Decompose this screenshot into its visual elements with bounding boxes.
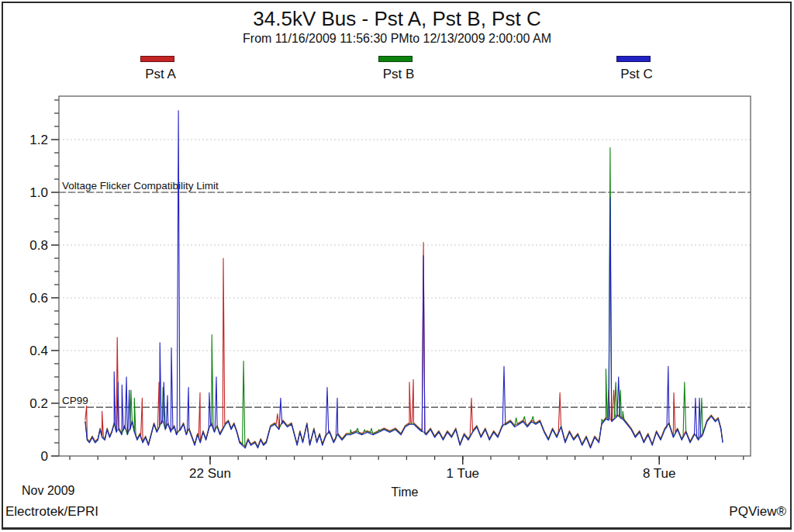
legend-label-pst-a: Pst A [126,67,195,82]
legend-swatch-pst-a [140,56,174,62]
limit-line-label: Voltage Flicker Compatibility Limit [62,180,219,192]
x-axis-title: Time [296,485,513,499]
legend-swatch-pst-b [378,56,413,62]
series-pst-c [85,111,723,448]
pqview-chart-page: { "footer": { "left": "Electrotek/EPRI",… [0,0,794,532]
legend-label-pst-c: Pst C [602,67,671,82]
x-axis-era-label: Nov 2009 [22,484,75,498]
x-tick-label: 8 Tue [643,466,676,481]
chart-subtitle: From 11/16/2009 11:56:30 PMto 12/13/2009… [0,32,794,46]
chart-title: 34.5kV Bus - Pst A, Pst B, Pst C [0,7,794,31]
y-tick-label: 0 [41,449,48,464]
y-tick-label: 0.2 [29,396,48,411]
y-tick-label: 0.6 [29,291,48,306]
y-tick-label: 0.4 [29,344,48,358]
legend-label-pst-b: Pst B [364,67,433,82]
x-tick-label: 1 Tue [447,466,480,481]
series-layer [85,111,723,448]
y-tick-label: 1.2 [29,133,48,147]
limit-line-label: CP99 [62,395,88,406]
legend-swatch-pst-c [616,56,651,62]
footer-app-name: PQView® [729,504,786,520]
y-tick-label: 0.8 [29,238,48,253]
series-pst-a [85,243,723,447]
y-tick-label: 1.0 [29,185,48,200]
footer-brand: Electrotek/EPRI [5,504,98,520]
x-tick-label: 22 Sun [189,466,231,481]
